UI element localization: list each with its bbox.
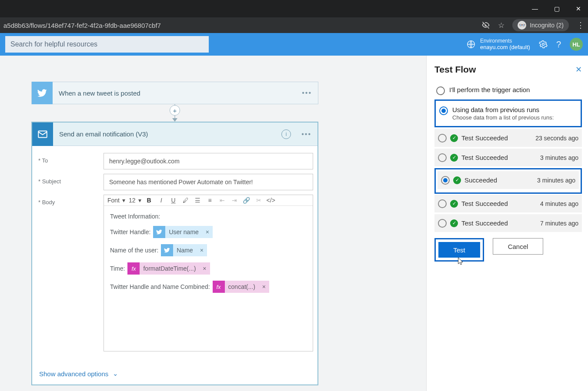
twitter-icon — [161, 244, 173, 256]
trigger-title: When a new tweet is posted — [53, 89, 296, 97]
fx-icon: fx — [127, 262, 140, 275]
email-card-header[interactable]: Send an email notification (V3) i ••• — [32, 123, 317, 146]
run-time: 7 minutes ago — [540, 220, 578, 227]
body-editor[interactable]: Font ▾ 12 ▾ B I U 🖊 ☰ ≡ ⇤ ⇥ 🔗 — [104, 195, 313, 351]
code-view-icon[interactable]: </> — [267, 197, 275, 204]
environment-picker[interactable]: Environments enayu.com (default) — [466, 38, 530, 51]
token-name[interactable]: Name × — [161, 244, 207, 256]
browser-url: a5d8b63/flows/148ef747-fef2-4f2a-9fdb-aa… — [3, 22, 481, 29]
font-select[interactable]: Font ▾ — [107, 197, 125, 204]
incognito-indicator[interactable]: 👓 Incognito (2) — [512, 19, 569, 31]
option-previous-runs[interactable]: Using data from previous runs Choose dat… — [438, 103, 579, 124]
indent-icon[interactable]: ⇥ — [230, 197, 239, 204]
trigger-menu-icon[interactable]: ••• — [296, 89, 318, 97]
browser-menu-icon[interactable]: ⋮ — [577, 20, 585, 30]
app-header: Search for helpful resources Environment… — [0, 33, 588, 56]
body-heading: Tweet Information: — [110, 213, 307, 220]
email-action-card: Send an email notification (V3) i ••• * … — [31, 122, 318, 385]
bullet-list-icon[interactable]: ☰ — [194, 197, 202, 204]
token-concat[interactable]: fx concat(...) × — [213, 281, 269, 293]
font-size-select[interactable]: 12 ▾ — [129, 197, 141, 204]
run-row[interactable]: ✓Test Succeeded3 minutes ago — [434, 149, 582, 166]
run-row[interactable]: ✓Test Succeeded4 minutes ago — [434, 195, 582, 212]
gear-icon[interactable] — [539, 40, 548, 49]
success-icon: ✓ — [450, 200, 458, 208]
add-step-button[interactable]: + — [170, 105, 180, 116]
token-formatdatetime[interactable]: fx formatDateTime(...) × — [127, 262, 210, 275]
radio-icon — [436, 86, 445, 95]
run-label: Test Succeeded — [461, 154, 537, 161]
cancel-button[interactable]: Cancel — [493, 238, 543, 255]
window-minimize-button[interactable]: — — [529, 5, 541, 12]
link-icon[interactable]: 🔗 — [242, 197, 251, 204]
remove-token-icon[interactable]: × — [197, 247, 207, 254]
close-icon[interactable]: ✕ — [575, 65, 582, 74]
run-row[interactable]: ✓Succeeded3 minutes ago — [438, 171, 579, 189]
runs-list: ✓Test Succeeded23 seconds ago✓Test Succe… — [434, 129, 582, 232]
window-close-button[interactable]: ✕ — [572, 5, 585, 12]
show-advanced-options[interactable]: Show advanced options ⌄ — [32, 363, 317, 384]
help-icon[interactable]: ? — [556, 40, 561, 50]
test-button[interactable]: Test — [438, 242, 480, 258]
pen-icon[interactable]: 🖊 — [181, 197, 190, 204]
highlight-box: ✓Succeeded3 minutes ago — [434, 168, 582, 194]
fx-icon: fx — [213, 281, 225, 293]
body-text: Name of the user: — [110, 247, 158, 254]
eye-off-icon[interactable] — [481, 21, 490, 30]
underline-button[interactable]: U — [169, 197, 178, 204]
token-username[interactable]: User name × — [153, 226, 213, 238]
body-text: Time: — [110, 265, 125, 272]
connector: + — [31, 104, 318, 122]
to-input[interactable]: henry.legge@outlook.com — [104, 153, 313, 169]
env-value: enayu.com (default) — [480, 44, 530, 51]
email-menu-icon[interactable]: ••• — [295, 130, 317, 138]
radio-icon — [438, 153, 447, 162]
run-label: Succeeded — [464, 176, 534, 184]
twitter-icon — [153, 226, 165, 238]
star-icon[interactable]: ☆ — [498, 21, 504, 30]
test-flow-panel: Test Flow ✕ I'll perform the trigger act… — [426, 56, 588, 391]
subject-input[interactable]: Someone has mentioned Power Automate on … — [104, 174, 313, 190]
outdent-icon[interactable]: ⇤ — [218, 197, 227, 204]
highlight-box: Test — [434, 238, 484, 262]
search-input[interactable]: Search for helpful resources — [5, 36, 209, 53]
run-time: 3 minutes ago — [537, 177, 575, 184]
chevron-down-icon: ⌄ — [113, 370, 118, 378]
radio-icon — [438, 134, 447, 142]
body-label: * Body — [38, 195, 104, 205]
globe-icon — [466, 40, 476, 49]
incognito-icon: 👓 — [518, 21, 526, 30]
twitter-icon — [32, 82, 53, 104]
success-icon: ✓ — [450, 154, 458, 162]
email-title: Send an email notification (V3) — [53, 130, 281, 138]
trigger-card[interactable]: When a new tweet is posted ••• — [31, 82, 318, 104]
remove-token-icon[interactable]: × — [259, 283, 269, 290]
bold-button[interactable]: B — [145, 197, 154, 204]
success-icon: ✓ — [453, 176, 461, 184]
panel-title: Test Flow — [434, 64, 476, 75]
remove-token-icon[interactable]: × — [199, 265, 210, 272]
remove-token-icon[interactable]: × — [202, 229, 213, 235]
env-label: Environments — [480, 38, 530, 44]
avatar[interactable]: HL — [570, 38, 583, 51]
run-label: Test Succeeded — [461, 134, 532, 142]
window-maximize-button[interactable]: ▢ — [551, 5, 563, 12]
italic-button[interactable]: I — [157, 197, 166, 204]
run-time: 23 seconds ago — [535, 135, 578, 142]
unlink-icon[interactable]: ✂ — [254, 197, 263, 204]
number-list-icon[interactable]: ≡ — [206, 197, 214, 204]
info-icon[interactable]: i — [281, 129, 291, 139]
option-perform-trigger[interactable]: I'll perform the trigger action — [434, 83, 582, 99]
run-row[interactable]: ✓Test Succeeded23 seconds ago — [434, 129, 582, 147]
radio-icon — [438, 199, 447, 208]
search-placeholder: Search for helpful resources — [10, 40, 97, 48]
body-text: Twitter Handle: — [110, 229, 150, 235]
body-text: Twitter Handle and Name Combined: — [110, 283, 210, 290]
radio-icon — [441, 176, 450, 185]
run-time: 3 minutes ago — [540, 154, 578, 161]
to-label: * To — [38, 153, 104, 164]
mail-icon — [32, 123, 53, 146]
run-row[interactable]: ✓Test Succeeded7 minutes ago — [434, 214, 582, 232]
rich-text-toolbar: Font ▾ 12 ▾ B I U 🖊 ☰ ≡ ⇤ ⇥ 🔗 — [104, 195, 313, 206]
browser-address-bar[interactable]: a5d8b63/flows/148ef747-fef2-4f2a-9fdb-aa… — [0, 17, 588, 33]
